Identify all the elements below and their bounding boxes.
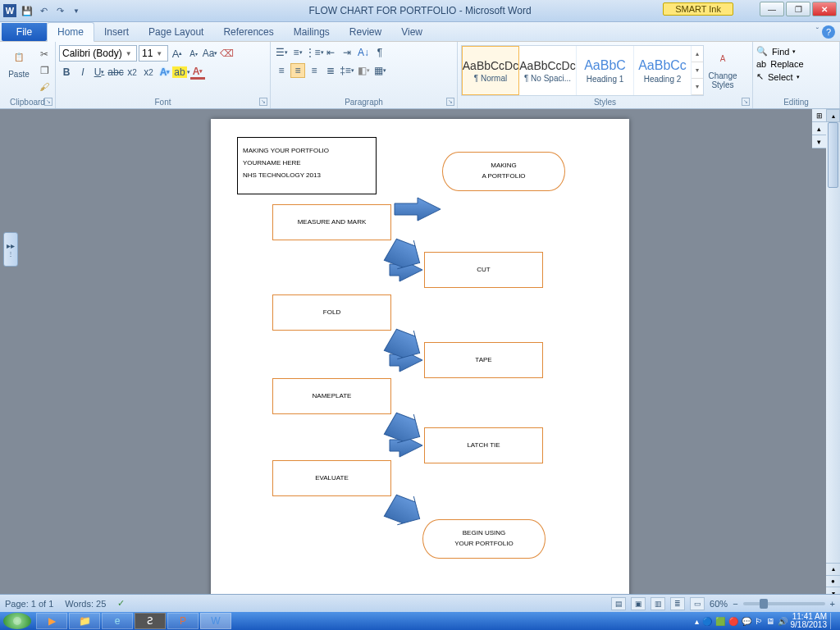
flow-evaluate[interactable]: EVALUATE	[272, 460, 391, 496]
vertical-scrollbar[interactable]: ▴ ▴ ● ▾ ▾	[826, 109, 840, 612]
nav-up-icon[interactable]: ▴	[812, 122, 826, 135]
clear-format-icon[interactable]: ⌫	[219, 46, 234, 61]
flow-tape[interactable]: TAPE	[424, 342, 543, 378]
subscript-button[interactable]: x2	[125, 65, 139, 80]
zoom-slider[interactable]	[743, 602, 825, 605]
paste-button[interactable]: 📋 Paste	[3, 43, 34, 79]
qat-dropdown-icon[interactable]: ▼	[69, 3, 84, 18]
scroll-thumb[interactable]	[828, 122, 838, 188]
sort-icon[interactable]: A↓	[356, 45, 371, 60]
undo-icon[interactable]: ↶	[36, 3, 51, 18]
maximize-button[interactable]: ❐	[786, 2, 810, 16]
taskbar-smart[interactable]: Ƨ	[135, 613, 166, 629]
font-size-combo[interactable]: 11▼	[139, 45, 168, 62]
save-icon[interactable]: 💾	[20, 3, 34, 18]
change-styles-button[interactable]: A Change Styles	[706, 45, 739, 89]
align-left-icon[interactable]: ≡	[274, 63, 289, 78]
taskbar-word[interactable]: W	[200, 613, 231, 629]
style-scroll[interactable]: ▴▾▾	[692, 46, 703, 95]
smart-ink-badge[interactable]: SMART Ink	[663, 2, 733, 16]
dec-indent-icon[interactable]: ⇤	[323, 45, 338, 60]
style-heading1[interactable]: AaBbC Heading 1	[577, 46, 634, 95]
flow-fold[interactable]: FOLD	[272, 294, 391, 331]
tray-volume-icon[interactable]: 🔊	[778, 617, 788, 626]
zoom-out-icon[interactable]: −	[733, 599, 737, 609]
flow-cut[interactable]: CUT	[424, 252, 543, 288]
shrink-font-icon[interactable]: A▾	[186, 46, 201, 61]
show-desktop-button[interactable]	[830, 613, 837, 629]
inc-indent-icon[interactable]: ⇥	[340, 45, 354, 60]
tab-mailings[interactable]: Mailings	[284, 23, 340, 41]
proofing-icon[interactable]: ✓	[117, 598, 125, 609]
zoom-in-icon[interactable]: +	[830, 599, 835, 609]
format-painter-icon[interactable]: 🖌	[37, 80, 52, 94]
side-panel-toggle[interactable]: ▸▸⋮	[3, 232, 18, 267]
copy-icon[interactable]: ❐	[37, 63, 52, 78]
tab-page-layout[interactable]: Page Layout	[139, 23, 213, 41]
tray-icon[interactable]: 🟩	[715, 617, 725, 626]
prev-page-icon[interactable]: ▴	[826, 563, 840, 575]
help-icon[interactable]: ?	[822, 25, 835, 39]
document-page[interactable]: MAKING YOUR PORTFOLIO YOURNAME HERE NHS …	[211, 119, 629, 612]
clipboard-launcher-icon[interactable]: ↘	[44, 98, 52, 106]
taskbar-ie[interactable]: e	[102, 613, 133, 629]
tray-clock[interactable]: 11:41 AM 9/18/2013	[791, 613, 828, 629]
replace-button[interactable]: abReplace	[756, 59, 804, 69]
status-page[interactable]: Page: 1 of 1	[5, 599, 53, 609]
text-effects-icon[interactable]: A▾	[158, 65, 172, 80]
bold-button[interactable]: B	[59, 65, 74, 80]
minimize-button[interactable]: ―	[760, 2, 784, 16]
taskbar-explorer[interactable]: 📁	[69, 613, 100, 629]
align-center-icon[interactable]: ≡	[290, 63, 305, 78]
taskbar-mediaplayer[interactable]: ▶	[36, 613, 67, 629]
tray-icon[interactable]: 💬	[742, 617, 751, 626]
italic-button[interactable]: I	[75, 65, 90, 80]
style-normal[interactable]: AaBbCcDc ¶ Normal	[462, 46, 519, 95]
print-layout-icon[interactable]: ▤	[611, 597, 626, 610]
cut-icon[interactable]: ✂	[37, 47, 52, 62]
tray-icon[interactable]: 🔴	[728, 617, 738, 626]
justify-icon[interactable]: ≣	[323, 63, 338, 78]
browse-object-icon[interactable]: ●	[826, 575, 840, 587]
taskbar-powerpoint[interactable]: P	[167, 613, 199, 629]
underline-button[interactable]: U▾	[92, 65, 107, 80]
zoom-level[interactable]: 60%	[710, 599, 728, 609]
tab-review[interactable]: Review	[340, 23, 391, 41]
superscript-button[interactable]: x2	[141, 65, 156, 80]
numbering-icon[interactable]: ≡▾	[290, 45, 305, 60]
tray-icon[interactable]: 🔵	[702, 617, 712, 626]
ruler-toggle-icon[interactable]: ⊞	[812, 109, 826, 122]
draft-icon[interactable]: ▭	[690, 597, 705, 610]
title-text-box[interactable]: MAKING YOUR PORTFOLIO YOURNAME HERE NHS …	[237, 137, 377, 194]
align-right-icon[interactable]: ≡	[307, 63, 322, 78]
line-spacing-icon[interactable]: ‡≡▾	[340, 63, 354, 78]
shading-icon[interactable]: ◧▾	[356, 63, 371, 78]
font-name-combo[interactable]: Calibri (Body)▼	[59, 45, 137, 62]
style-heading2[interactable]: AaBbCc Heading 2	[634, 46, 692, 95]
tab-view[interactable]: View	[391, 23, 432, 41]
nav-down-icon[interactable]: ▾	[812, 135, 826, 148]
styles-launcher-icon[interactable]: ↘	[742, 98, 750, 106]
fullscreen-icon[interactable]: ▣	[631, 597, 646, 610]
style-no-spacing[interactable]: AaBbCcDc ¶ No Spaci...	[519, 46, 577, 95]
show-marks-icon[interactable]: ¶	[372, 45, 387, 60]
status-words[interactable]: Words: 25	[65, 599, 106, 609]
borders-icon[interactable]: ▦▾	[372, 63, 387, 78]
minimize-ribbon-icon[interactable]: ˇ	[816, 27, 819, 36]
change-case-icon[interactable]: Aa▾	[203, 46, 217, 61]
find-button[interactable]: 🔍Find▾	[756, 46, 804, 57]
flow-start[interactable]: MAKING A PORTFOLIO	[442, 152, 565, 191]
scroll-up-icon[interactable]: ▴	[826, 109, 840, 122]
tab-insert[interactable]: Insert	[94, 23, 139, 41]
paragraph-launcher-icon[interactable]: ↘	[446, 98, 454, 106]
font-color-icon[interactable]: A▾	[190, 65, 205, 80]
tray-flag-icon[interactable]: 🏳	[755, 617, 763, 626]
close-button[interactable]: ✕	[812, 2, 837, 16]
tab-home[interactable]: Home	[47, 22, 94, 42]
redo-icon[interactable]: ↷	[52, 3, 67, 18]
file-tab[interactable]: File	[2, 23, 47, 41]
flow-end[interactable]: BEGIN USING YOUR PORTFOLIO	[422, 519, 546, 559]
bullets-icon[interactable]: ☰▾	[274, 45, 289, 60]
font-launcher-icon[interactable]: ↘	[259, 98, 267, 106]
flow-latch[interactable]: LATCH TIE	[424, 427, 543, 463]
